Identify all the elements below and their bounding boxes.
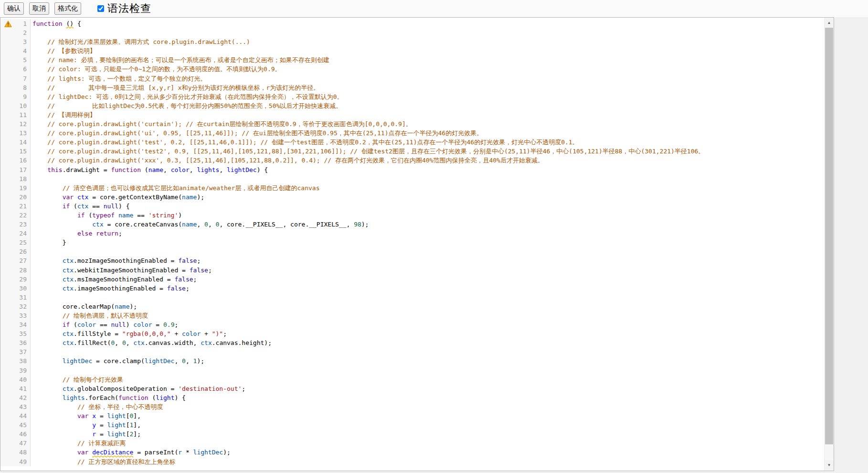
code-text: // 清空色调层；也可以修改成其它层比如animate/weather层，或者用…: [31, 183, 834, 193]
code-line: 18: [0, 174, 834, 183]
code-text: lightDec = core.clamp(lightDec, 0, 1);: [31, 356, 834, 366]
code-line: 29 ctx.msImageSmoothingEnabled = false;: [0, 275, 834, 284]
code-line: 31: [0, 293, 834, 302]
code-text: [31, 28, 834, 37]
gutter-marker: [0, 37, 14, 46]
line-number: 6: [14, 64, 31, 74]
code-line: 42 lights.forEach(function (light) {: [0, 393, 834, 402]
code-line: 23 ctx = core.createCanvas(name, 0, 0, c…: [0, 220, 834, 229]
warning-gutter-marker: !: [0, 19, 14, 28]
code-text: ctx = core.createCanvas(name, 0, 0, core…: [31, 220, 834, 229]
code-text: // name: 必填，要绘制到的画布名；可以是一个系统画布，或者是个自定义画布…: [31, 55, 834, 64]
code-line: 25 }: [0, 238, 834, 247]
gutter-marker: [0, 293, 14, 302]
code-line: 49 // 正方形区域的直径和左上角坐标: [0, 457, 834, 466]
code-line: 39: [0, 366, 834, 375]
code-line: 14 // core.plugin.drawLight('test', 0.2,…: [0, 138, 834, 147]
gutter-marker: [0, 402, 14, 411]
code-line: 2: [0, 28, 834, 37]
warning-icon: !: [4, 21, 12, 27]
gutter-marker: [0, 311, 14, 320]
scrollbar-thumb[interactable]: [825, 28, 833, 444]
code-line: 41 ctx.globalCompositeOperation = 'desti…: [0, 384, 834, 393]
gutter-marker: [0, 46, 14, 55]
code-text: function () {: [31, 19, 834, 28]
cancel-button[interactable]: 取消: [29, 2, 49, 14]
code-text: this.drawLight = function (name, color, …: [31, 165, 834, 174]
line-number: 20: [14, 193, 31, 202]
gutter-marker: [0, 338, 14, 347]
gutter-marker: [0, 448, 14, 457]
gutter-marker: [0, 229, 14, 238]
code-line: 5 // name: 必填，要绘制到的画布名；可以是一个系统画布，或者是个自定义…: [0, 55, 834, 64]
gutter-marker: [0, 356, 14, 366]
gutter-marker: [0, 320, 14, 329]
line-number: 16: [14, 156, 31, 165]
gutter-marker: [0, 275, 14, 284]
code-line: 13 // core.plugin.drawLight('ui', 0.95, …: [0, 129, 834, 138]
gutter-marker: [0, 266, 14, 275]
code-text: var ctx = core.getContextByName(name);: [31, 193, 834, 202]
code-text: ctx.msImageSmoothingEnabled = false;: [31, 275, 834, 284]
code-text: // 绘制色调层，默认不透明度: [31, 311, 834, 320]
syntax-check-checkbox[interactable]: [97, 5, 104, 12]
code-line: 28 ctx.webkitImageSmoothingEnabled = fal…: [0, 266, 834, 275]
line-number: 11: [14, 110, 31, 119]
gutter-marker: [0, 64, 14, 74]
code-line: 46 r = light[2];: [0, 430, 834, 439]
code-editor[interactable]: ! 1function () {23 // 绘制灯光/漆黑层效果。调用方式 co…: [0, 17, 834, 471]
gutter-marker: [0, 256, 14, 265]
format-button[interactable]: 格式化: [54, 2, 81, 14]
code-line: 15 // core.plugin.drawLight('test2', 0.9…: [0, 147, 834, 156]
code-text: [31, 174, 834, 183]
code-line: 40 // 绘制每个灯光效果: [0, 375, 834, 384]
code-text: if (ctx == null) {: [31, 202, 834, 211]
line-number: 15: [14, 147, 31, 156]
code-text: // lightDec: 可选，0到1之间，光从多少百分比才开始衰减（在此范围内…: [31, 92, 834, 101]
scroll-down-button[interactable]: ▼: [825, 460, 834, 470]
code-text: if (color == null) color = 0.9;: [31, 320, 834, 329]
code-line: 16 // core.plugin.drawLight('xxx', 0.3, …: [0, 156, 834, 165]
line-number: 43: [14, 402, 31, 411]
code-lines[interactable]: ! 1function () {23 // 绘制灯光/漆黑层效果。调用方式 co…: [0, 18, 834, 466]
line-number: 13: [14, 129, 31, 138]
code-text: ctx.webkitImageSmoothingEnabled = false;: [31, 266, 834, 275]
gutter-marker: [0, 183, 14, 193]
gutter-marker: [0, 284, 14, 293]
gutter-marker: [0, 129, 14, 138]
code-line: 22 if (typeof name == 'string'): [0, 211, 834, 220]
code-text: ctx.fillRect(0, 0, ctx.canvas.width, ctx…: [31, 338, 834, 347]
gutter-marker: [0, 28, 14, 37]
code-text: y = light[1],: [31, 420, 834, 430]
line-number: 30: [14, 284, 31, 293]
line-number: 21: [14, 202, 31, 211]
gutter-marker: [0, 147, 14, 156]
line-number: 31: [14, 293, 31, 302]
code-line: 8 // 其中每一项是三元组 [x,y,r] x和y分别为该灯光的横纵坐标，r为…: [0, 83, 834, 92]
code-line: 3 // 绘制灯光/漆黑层效果。调用方式 core.plugin.drawLig…: [0, 37, 834, 46]
gutter-marker: [0, 165, 14, 174]
gutter-marker: [0, 202, 14, 211]
code-text: ctx.imageSmoothingEnabled = false;: [31, 284, 834, 293]
gutter-marker: [0, 119, 14, 129]
code-text: // 正方形区域的直径和左上角坐标: [31, 457, 834, 466]
scroll-up-button[interactable]: ▲: [825, 18, 834, 27]
gutter-marker: [0, 430, 14, 439]
svg-text:!: !: [7, 22, 9, 27]
line-number: 3: [14, 37, 31, 46]
code-text: if (typeof name == 'string'): [31, 211, 834, 220]
confirm-button[interactable]: 确认: [4, 2, 24, 14]
code-text: // 绘制每个灯光效果: [31, 375, 834, 384]
code-line: 21 if (ctx == null) {: [0, 202, 834, 211]
gutter-marker: [0, 238, 14, 247]
code-text: // 坐标，半径，中心不透明度: [31, 402, 834, 411]
editor-vscrollbar[interactable]: ▲ ▼: [824, 18, 834, 471]
line-number: 39: [14, 366, 31, 375]
gutter-marker: [0, 420, 14, 430]
gutter-marker: [0, 411, 14, 420]
line-number: 37: [14, 347, 31, 356]
gutter-marker: [0, 302, 14, 311]
code-text: // core.plugin.drawLight('curtain'); // …: [31, 119, 834, 129]
gutter-marker: [0, 83, 14, 92]
gutter-marker: [0, 329, 14, 338]
